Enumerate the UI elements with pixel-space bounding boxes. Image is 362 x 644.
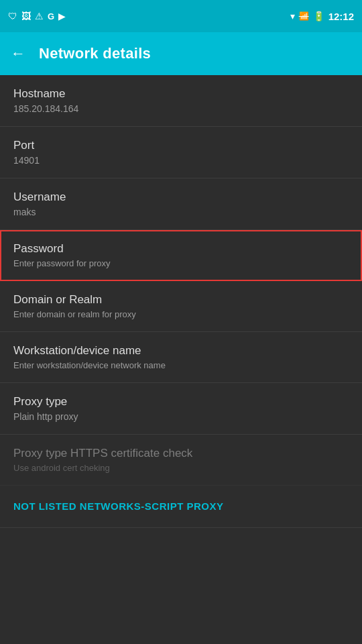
proxy-https-subtitle: Use android cert cheking (13, 463, 349, 473)
shield-icon: 🛡 (8, 11, 17, 21)
settings-item-port[interactable]: Port 14901 (0, 127, 362, 178)
status-time: 12:12 (328, 11, 354, 22)
password-title: Password (13, 242, 349, 256)
proxy-https-title: Proxy type HTTPS certificate check (13, 447, 349, 460)
warning-icon: ⚠ (35, 11, 44, 21)
domain-title: Domain or Realm (13, 293, 349, 307)
toolbar: ← Network details (0, 32, 362, 75)
battery-icon: 🔋 (313, 11, 324, 21)
settings-item-hostname[interactable]: Hostname 185.20.184.164 (0, 75, 362, 127)
workstation-subtitle: Enter workstation/device network name (13, 360, 349, 370)
proxy-type-title: Proxy type (13, 395, 349, 409)
google-icon: G (48, 11, 54, 21)
proxy-type-value: Plain http proxy (13, 411, 349, 422)
hostname-value: 185.20.184.164 (13, 103, 349, 114)
settings-item-proxy-https: Proxy type HTTPS certificate check Use a… (0, 435, 362, 486)
settings-item-proxy-type[interactable]: Proxy type Plain http proxy (0, 383, 362, 435)
status-bar-left: 🛡 🖼 ⚠ G ▶ (8, 11, 66, 21)
settings-item-domain[interactable]: Domain or Realm Enter domain or realm fo… (0, 281, 362, 332)
domain-subtitle: Enter domain or realm for proxy (13, 309, 349, 319)
not-listed-label[interactable]: NOT LISTED NETWORKS-SCRIPT PROXY (13, 500, 224, 512)
password-subtitle: Enter password for proxy (13, 258, 349, 268)
settings-item-password[interactable]: Password Enter password for proxy (0, 230, 362, 281)
username-value: maks (13, 207, 349, 217)
settings-item-workstation[interactable]: Workstation/device name Enter workstatio… (0, 332, 362, 383)
signal-icon: 📶 (299, 11, 309, 21)
photo-icon: 🖼 (21, 11, 31, 21)
username-title: Username (13, 191, 349, 204)
hostname-title: Hostname (13, 87, 349, 101)
play-icon: ▶ (58, 11, 66, 21)
status-bar-right: ▾ 📶 🔋 12:12 (290, 11, 354, 22)
not-listed-link[interactable]: NOT LISTED NETWORKS-SCRIPT PROXY (0, 486, 362, 528)
port-title: Port (13, 139, 349, 152)
port-value: 14901 (13, 155, 349, 166)
status-bar: 🛡 🖼 ⚠ G ▶ ▾ 📶 🔋 12:12 (0, 0, 362, 32)
settings-list: Hostname 185.20.184.164 Port 14901 Usern… (0, 75, 362, 528)
back-button[interactable]: ← (11, 45, 25, 62)
workstation-title: Workstation/device name (13, 344, 349, 358)
wifi-icon: ▾ (290, 11, 295, 21)
settings-item-username[interactable]: Username maks (0, 178, 362, 230)
toolbar-title: Network details (39, 45, 151, 62)
